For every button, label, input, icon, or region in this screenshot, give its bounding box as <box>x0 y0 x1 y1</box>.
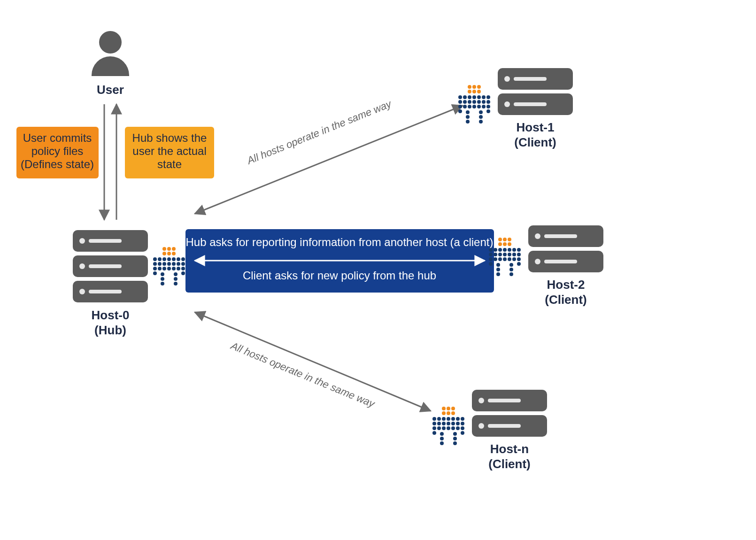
server-stack-icon <box>472 390 547 437</box>
callout-left-line2: policy files <box>31 145 84 157</box>
callout-right-line2: user the actual <box>132 145 206 157</box>
callout-left-line1: User commits <box>23 131 92 144</box>
agent-icon <box>458 85 490 123</box>
host0-label-line1: Host-0 <box>92 308 130 322</box>
user-icon <box>92 31 129 76</box>
callout-left-line3: (Defines state) <box>21 158 94 170</box>
host2-label-line1: Host-2 <box>547 278 585 292</box>
host0-label-line2: (Hub) <box>94 323 126 337</box>
center-bottom-text: Client asks for new policy from the hub <box>243 269 436 282</box>
callout-hub-shows: Hub shows the user the actual state <box>125 127 214 178</box>
server-stack-icon <box>528 225 603 272</box>
agent-icon <box>432 407 464 445</box>
node-hostn-client: Host-n (Client) <box>432 390 547 471</box>
node-host2-client: Host-2 (Client) <box>489 225 603 307</box>
callout-right-line1: Hub shows the <box>132 131 207 144</box>
node-host0-hub: Host-0 (Hub) <box>73 230 185 337</box>
host1-label-line2: (Client) <box>514 135 556 149</box>
edge-label-top: All hosts operate in the same way <box>245 97 394 167</box>
host1-label-line1: Host-1 <box>517 120 555 134</box>
arrow-hub-hostn <box>195 312 431 411</box>
center-top-text: Hub asks for reporting information from … <box>186 236 494 248</box>
server-stack-icon <box>498 68 573 115</box>
host2-label-line2: (Client) <box>545 293 587 307</box>
callout-right-line3: state <box>157 158 182 170</box>
callout-center-hub-client: Hub asks for reporting information from … <box>185 229 494 293</box>
server-stack-icon <box>73 230 148 302</box>
hostn-label-line2: (Client) <box>488 457 531 471</box>
node-host1-client: Host-1 (Client) <box>458 68 573 149</box>
user-label: User <box>97 83 124 97</box>
node-user: User <box>92 31 129 97</box>
hostn-label-line1: Host-n <box>490 442 529 456</box>
edge-label-bottom: All hosts operate in the same way <box>228 339 377 410</box>
agent-icon <box>153 247 185 285</box>
architecture-diagram: User User commits policy files (Defines … <box>0 0 756 540</box>
callout-user-commits: User commits policy files (Defines state… <box>16 127 99 178</box>
